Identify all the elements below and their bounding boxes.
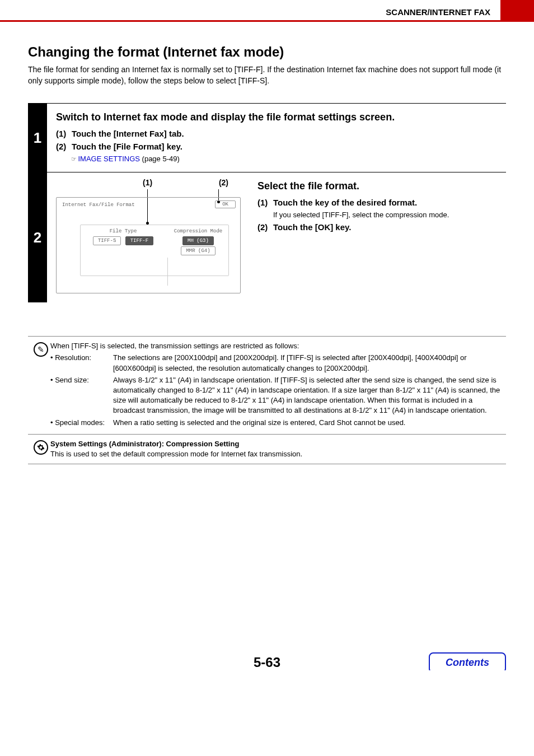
step-1: 1 Switch to Internet fax mode and displa… bbox=[28, 103, 506, 172]
step-2-sub2-text: Touch the [OK] key. bbox=[273, 222, 351, 232]
admin-note: System Settings (Administrator): Compres… bbox=[28, 435, 506, 464]
page-title: Changing the format (Internet fax mode) bbox=[28, 44, 506, 60]
header-accent bbox=[500, 0, 534, 20]
note-specialmodes-label: • Special modes: bbox=[50, 418, 113, 428]
header-rule bbox=[0, 20, 534, 22]
step-1-sub2-num: (2) bbox=[56, 142, 72, 151]
mmr-g4-button[interactable]: MMR (G4) bbox=[181, 246, 215, 255]
panel-title: Internet Fax/File Format bbox=[62, 202, 135, 208]
admin-note-title: System Settings (Administrator): Compres… bbox=[50, 439, 500, 449]
step-2-sub1: (1)Touch the key of the desired format. bbox=[257, 198, 506, 207]
admin-note-body: This is used to set the default compress… bbox=[50, 449, 500, 459]
note-resolution-value: The selections are [200X100dpi] and [200… bbox=[113, 353, 500, 373]
step-2-heading: Select the file format. bbox=[257, 180, 506, 192]
tiff-f-button[interactable]: TIFF-F bbox=[125, 236, 153, 245]
callout-2: (2) bbox=[219, 178, 228, 187]
contents-button[interactable]: Contents bbox=[429, 652, 506, 670]
image-settings-page: (page 5-49) bbox=[140, 155, 180, 163]
note-resolution-label: • Resolution: bbox=[50, 353, 113, 373]
step-2-sub2-num: (2) bbox=[257, 222, 273, 232]
step-2-sub1-text: Touch the key of the desired format. bbox=[273, 198, 417, 207]
page-number: 5-63 bbox=[254, 655, 280, 670]
compression-label: Compression Mode bbox=[170, 228, 226, 234]
step-2-number: 2 bbox=[28, 172, 47, 302]
note-specialmodes-value: When a ratio setting is selected and the… bbox=[113, 418, 500, 428]
mh-g3-button[interactable]: MH (G3) bbox=[182, 236, 214, 245]
step-1-number: 1 bbox=[28, 104, 47, 172]
step-1-sub1: (1)Touch the [Internet Fax] tab. bbox=[56, 129, 506, 138]
step-1-sub1-num: (1) bbox=[56, 129, 72, 138]
note-icon: ✎ bbox=[34, 342, 48, 357]
header-section: SCANNER/INTERNET FAX bbox=[386, 1, 500, 20]
step-2-sub1-num: (1) bbox=[257, 198, 273, 207]
screenshot-panel: (1) (2) Internet Fax/File Format OK File… bbox=[56, 178, 241, 293]
step-2-sub1-note: If you selected [TIFF-F], select the com… bbox=[273, 211, 506, 219]
step-2-sub2: (2)Touch the [OK] key. bbox=[257, 222, 506, 232]
note-intro: When [TIFF-S] is selected, the transmiss… bbox=[50, 341, 500, 351]
step-1-sub2-text: Touch the [File Format] key. bbox=[72, 142, 182, 151]
image-settings-link[interactable]: IMAGE SETTINGS bbox=[78, 155, 140, 163]
note-sendsize-value: Always 8-1/2" x 11" (A4) in landscape or… bbox=[113, 375, 500, 416]
step-2: 2 (1) (2) Internet Fax/File Format OK Fi… bbox=[28, 172, 506, 302]
step-1-sub2: (2)Touch the [File Format] key. bbox=[56, 142, 506, 151]
callout-1: (1) bbox=[143, 178, 152, 187]
step-1-heading: Switch to Internet fax mode and display … bbox=[56, 111, 506, 123]
step-1-sub1-text: Touch the [Internet Fax] tab. bbox=[72, 129, 184, 138]
pointer-icon: ☞ bbox=[72, 155, 76, 163]
ok-button[interactable]: OK bbox=[215, 200, 236, 208]
tiff-s-button[interactable]: TIFF-S bbox=[93, 236, 121, 245]
filetype-label: File Type bbox=[84, 228, 162, 234]
intro-text: The file format for sending an Internet … bbox=[28, 64, 506, 86]
restrictions-note: ✎ When [TIFF-S] is selected, the transmi… bbox=[28, 336, 506, 435]
note-sendsize-label: • Send size: bbox=[50, 375, 113, 416]
gear-icon bbox=[34, 440, 48, 455]
